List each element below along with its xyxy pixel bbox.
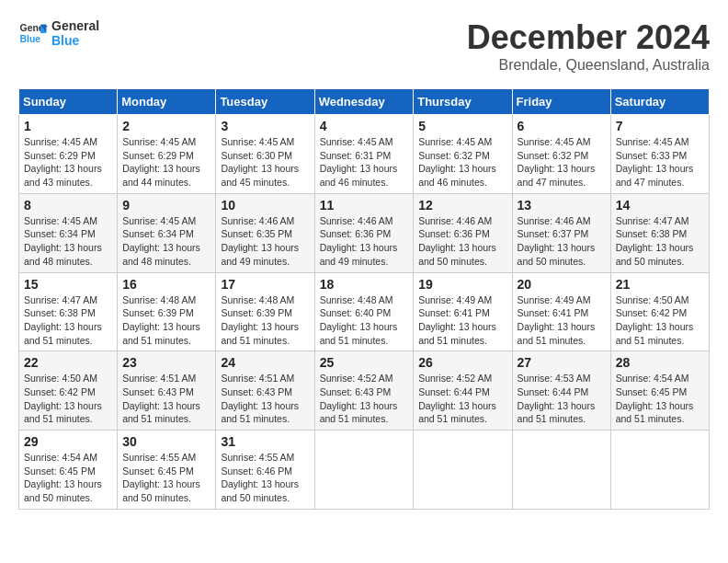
- day-number: 7: [616, 119, 704, 133]
- calendar-cell: 23 Sunrise: 4:51 AM Sunset: 6:43 PM Dayl…: [118, 351, 216, 431]
- calendar-cell: [512, 431, 610, 510]
- calendar-cell: 9 Sunrise: 4:45 AM Sunset: 6:34 PM Dayli…: [118, 193, 216, 272]
- logo-icon: General Blue: [18, 18, 48, 48]
- calendar-cell: 27 Sunrise: 4:53 AM Sunset: 6:44 PM Dayl…: [512, 351, 610, 431]
- calendar-cell: 14 Sunrise: 4:47 AM Sunset: 6:38 PM Dayl…: [610, 193, 709, 272]
- logo-general: General: [51, 18, 99, 33]
- calendar-table: Sunday Monday Tuesday Wednesday Thursday…: [18, 88, 710, 510]
- calendar-cell: 8 Sunrise: 4:45 AM Sunset: 6:34 PM Dayli…: [19, 193, 118, 272]
- day-number: 11: [320, 198, 409, 213]
- day-number: 23: [122, 355, 210, 370]
- calendar-header-row: Sunday Monday Tuesday Wednesday Thursday…: [19, 89, 710, 115]
- logo: General Blue General Blue: [18, 18, 99, 48]
- day-number: 30: [122, 434, 210, 449]
- day-number: 24: [221, 355, 309, 370]
- calendar-cell: 6 Sunrise: 4:45 AM Sunset: 6:32 PM Dayli…: [512, 115, 610, 194]
- month-title: December 2024: [467, 18, 710, 57]
- day-info: Sunrise: 4:49 AM Sunset: 6:41 PM Dayligh…: [418, 293, 506, 348]
- logo-blue: Blue: [51, 33, 99, 48]
- day-info: Sunrise: 4:45 AM Sunset: 6:29 PM Dayligh…: [24, 135, 112, 190]
- day-number: 17: [221, 277, 309, 292]
- day-info: Sunrise: 4:54 AM Sunset: 6:45 PM Dayligh…: [616, 372, 704, 426]
- calendar-cell: 24 Sunrise: 4:51 AM Sunset: 6:43 PM Dayl…: [216, 351, 314, 431]
- day-info: Sunrise: 4:45 AM Sunset: 6:30 PM Dayligh…: [221, 135, 309, 190]
- calendar-week-row: 15 Sunrise: 4:47 AM Sunset: 6:38 PM Dayl…: [19, 272, 710, 351]
- day-info: Sunrise: 4:52 AM Sunset: 6:44 PM Dayligh…: [418, 372, 506, 426]
- day-info: Sunrise: 4:55 AM Sunset: 6:46 PM Dayligh…: [221, 451, 309, 505]
- calendar-week-row: 22 Sunrise: 4:50 AM Sunset: 6:42 PM Dayl…: [19, 351, 710, 431]
- calendar-cell: 26 Sunrise: 4:52 AM Sunset: 6:44 PM Dayl…: [414, 351, 512, 431]
- day-info: Sunrise: 4:47 AM Sunset: 6:38 PM Dayligh…: [24, 293, 112, 348]
- day-info: Sunrise: 4:51 AM Sunset: 6:43 PM Dayligh…: [221, 372, 309, 426]
- day-info: Sunrise: 4:45 AM Sunset: 6:32 PM Dayligh…: [518, 135, 606, 190]
- day-info: Sunrise: 4:45 AM Sunset: 6:32 PM Dayligh…: [418, 135, 506, 190]
- day-info: Sunrise: 4:54 AM Sunset: 6:45 PM Dayligh…: [24, 451, 112, 505]
- day-number: 8: [24, 198, 112, 213]
- day-number: 16: [122, 277, 210, 292]
- calendar-cell: 16 Sunrise: 4:48 AM Sunset: 6:39 PM Dayl…: [118, 272, 216, 351]
- calendar-cell: 13 Sunrise: 4:46 AM Sunset: 6:37 PM Dayl…: [512, 193, 610, 272]
- calendar-cell: 17 Sunrise: 4:48 AM Sunset: 6:39 PM Dayl…: [216, 272, 314, 351]
- day-number: 25: [320, 355, 409, 370]
- calendar-cell: 21 Sunrise: 4:50 AM Sunset: 6:42 PM Dayl…: [610, 272, 709, 351]
- day-number: 20: [518, 277, 606, 292]
- calendar-cell: [314, 431, 414, 510]
- day-number: 14: [616, 198, 704, 213]
- day-info: Sunrise: 4:50 AM Sunset: 6:42 PM Dayligh…: [24, 372, 112, 426]
- day-number: 9: [122, 198, 210, 213]
- day-info: Sunrise: 4:46 AM Sunset: 6:36 PM Dayligh…: [418, 214, 506, 269]
- calendar-cell: 3 Sunrise: 4:45 AM Sunset: 6:30 PM Dayli…: [216, 115, 314, 194]
- calendar-cell: 15 Sunrise: 4:47 AM Sunset: 6:38 PM Dayl…: [19, 272, 118, 351]
- day-info: Sunrise: 4:49 AM Sunset: 6:41 PM Dayligh…: [518, 293, 606, 348]
- calendar-cell: 28 Sunrise: 4:54 AM Sunset: 6:45 PM Dayl…: [610, 351, 709, 431]
- day-info: Sunrise: 4:48 AM Sunset: 6:39 PM Dayligh…: [221, 293, 309, 348]
- calendar-cell: 18 Sunrise: 4:48 AM Sunset: 6:40 PM Dayl…: [314, 272, 414, 351]
- day-info: Sunrise: 4:53 AM Sunset: 6:44 PM Dayligh…: [518, 372, 606, 426]
- day-number: 6: [518, 119, 606, 133]
- calendar-cell: 10 Sunrise: 4:46 AM Sunset: 6:35 PM Dayl…: [216, 193, 314, 272]
- calendar-week-row: 1 Sunrise: 4:45 AM Sunset: 6:29 PM Dayli…: [19, 115, 710, 194]
- day-number: 15: [24, 277, 112, 292]
- day-number: 19: [418, 277, 506, 292]
- calendar-cell: 4 Sunrise: 4:45 AM Sunset: 6:31 PM Dayli…: [314, 115, 414, 194]
- calendar-cell: 11 Sunrise: 4:46 AM Sunset: 6:36 PM Dayl…: [314, 193, 414, 272]
- day-info: Sunrise: 4:45 AM Sunset: 6:34 PM Dayligh…: [122, 214, 210, 269]
- page-header: General Blue General Blue December 2024 …: [18, 18, 710, 74]
- col-wednesday: Wednesday: [314, 89, 414, 115]
- calendar-cell: [414, 431, 512, 510]
- calendar-cell: 31 Sunrise: 4:55 AM Sunset: 6:46 PM Dayl…: [216, 431, 314, 510]
- day-info: Sunrise: 4:45 AM Sunset: 6:34 PM Dayligh…: [24, 214, 112, 269]
- day-number: 31: [221, 434, 309, 449]
- day-number: 26: [418, 355, 506, 370]
- day-info: Sunrise: 4:46 AM Sunset: 6:35 PM Dayligh…: [221, 214, 309, 269]
- location-title: Brendale, Queensland, Australia: [467, 57, 710, 74]
- day-info: Sunrise: 4:46 AM Sunset: 6:36 PM Dayligh…: [320, 214, 409, 269]
- calendar-cell: [610, 431, 709, 510]
- day-number: 1: [24, 119, 112, 133]
- day-number: 22: [24, 355, 112, 370]
- day-number: 3: [221, 119, 309, 133]
- calendar-cell: 19 Sunrise: 4:49 AM Sunset: 6:41 PM Dayl…: [414, 272, 512, 351]
- calendar-week-row: 29 Sunrise: 4:54 AM Sunset: 6:45 PM Dayl…: [19, 431, 710, 510]
- col-thursday: Thursday: [414, 89, 512, 115]
- day-number: 21: [616, 277, 704, 292]
- col-monday: Monday: [118, 89, 216, 115]
- day-info: Sunrise: 4:47 AM Sunset: 6:38 PM Dayligh…: [616, 214, 704, 269]
- svg-text:Blue: Blue: [20, 34, 41, 44]
- calendar-cell: 7 Sunrise: 4:45 AM Sunset: 6:33 PM Dayli…: [610, 115, 709, 194]
- day-info: Sunrise: 4:50 AM Sunset: 6:42 PM Dayligh…: [616, 293, 704, 348]
- day-info: Sunrise: 4:51 AM Sunset: 6:43 PM Dayligh…: [122, 372, 210, 426]
- calendar-cell: 12 Sunrise: 4:46 AM Sunset: 6:36 PM Dayl…: [414, 193, 512, 272]
- day-number: 29: [24, 434, 112, 449]
- day-info: Sunrise: 4:46 AM Sunset: 6:37 PM Dayligh…: [518, 214, 606, 269]
- day-number: 18: [320, 277, 409, 292]
- day-info: Sunrise: 4:45 AM Sunset: 6:33 PM Dayligh…: [616, 135, 704, 190]
- title-block: December 2024 Brendale, Queensland, Aust…: [467, 18, 710, 74]
- calendar-cell: 30 Sunrise: 4:55 AM Sunset: 6:45 PM Dayl…: [118, 431, 216, 510]
- day-info: Sunrise: 4:55 AM Sunset: 6:45 PM Dayligh…: [122, 451, 210, 505]
- calendar-cell: 25 Sunrise: 4:52 AM Sunset: 6:43 PM Dayl…: [314, 351, 414, 431]
- day-number: 12: [418, 198, 506, 213]
- day-number: 27: [518, 355, 606, 370]
- calendar-cell: 22 Sunrise: 4:50 AM Sunset: 6:42 PM Dayl…: [19, 351, 118, 431]
- col-tuesday: Tuesday: [216, 89, 314, 115]
